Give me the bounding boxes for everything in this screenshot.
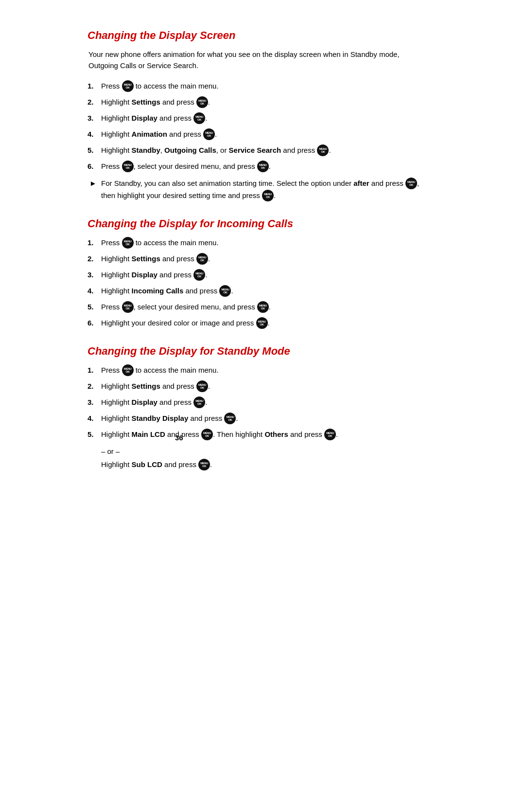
step-number: 3. [88, 112, 101, 124]
menu-button-icon: MENUOK [198, 459, 210, 470]
step-content: Highlight Settings and press MENUOK. [101, 380, 428, 393]
step-content: Highlight Standby, Outgoing Calls, or Se… [101, 144, 428, 157]
menu-button-icon: MENUOK [257, 301, 269, 313]
step-content: Press MENUOK to access the main menu. [101, 237, 428, 249]
section-standby-mode: Changing the Display for Standby Mode 1.… [88, 345, 428, 471]
menu-button-icon: MENUOK [219, 285, 231, 297]
menu-button-icon: MENUOK [196, 96, 208, 108]
menu-button-icon: MENUOK [122, 237, 134, 249]
step-content: Highlight Incoming Calls and press MENUO… [101, 285, 428, 297]
step-number: 3. [88, 269, 101, 280]
menu-button-icon: MENUOK [257, 161, 269, 172]
step-number: 6. [88, 317, 101, 328]
bullet-arrow-icon: ► [89, 178, 101, 189]
step-content: Highlight Display and press MENUOK. [101, 112, 428, 125]
step-content: Press MENUOK to access the main menu. [101, 364, 428, 377]
step-number: 2. [88, 380, 101, 392]
step-content: Highlight Display and press MENUOK. [101, 269, 428, 281]
section-title-display-screen: Changing the Display Screen [88, 29, 428, 42]
steps-list-standby-mode: 1. Press MENUOK to access the main menu.… [88, 364, 428, 441]
menu-button-icon: MENUOK [122, 364, 134, 376]
steps-list-display-screen: 1. Press MENUOK to access the main menu.… [88, 80, 428, 173]
menu-button-icon: MENUOK [324, 429, 336, 440]
step-number: 4. [88, 128, 101, 140]
step-content: Press MENUOK to access the main menu. [101, 80, 428, 92]
list-item: 3. Highlight Display and press MENUOK. [88, 112, 428, 125]
menu-button-icon: MENUOK [196, 380, 208, 392]
step-number: 5. [88, 301, 101, 312]
menu-button-icon: MENUOK [201, 429, 213, 440]
menu-button-icon: MENUOK [405, 178, 417, 189]
bullet-item: ► For Standby, you can also set animatio… [88, 178, 428, 202]
list-item: 2. Highlight Settings and press MENUOK. [88, 380, 428, 393]
list-item: 2. Highlight Settings and press MENUOK. [88, 96, 428, 108]
menu-button-icon: MENUOK [196, 253, 208, 265]
step-content: Press MENUOK, select your desired menu, … [101, 161, 428, 173]
step-content: Highlight Settings and press MENUOK. [101, 253, 428, 265]
list-item: 3. Highlight Display and press MENUOK. [88, 269, 428, 281]
menu-button-icon: MENUOK [317, 144, 329, 156]
list-item: 6. Press MENUOK, select your desired men… [88, 161, 428, 173]
menu-button-icon: MENUOK [193, 112, 205, 124]
list-item: 5. Highlight Standby, Outgoing Calls, or… [88, 144, 428, 157]
menu-button-icon: MENUOK [122, 80, 134, 92]
steps-list-incoming-calls: 1. Press MENUOK to access the main menu.… [88, 237, 428, 329]
page-number: 36 [175, 433, 183, 442]
step-number: 4. [88, 413, 101, 424]
list-item: 1. Press MENUOK to access the main menu. [88, 364, 428, 377]
list-item: 3. Highlight Display and press MENUOK. [88, 397, 428, 409]
step-content: Press MENUOK, select your desired menu, … [101, 301, 428, 313]
intro-text-display-screen: Your new phone offers animation for what… [88, 49, 428, 72]
list-item: 6. Highlight your desired color or image… [88, 317, 428, 329]
menu-button-icon: MENUOK [193, 269, 205, 281]
step-number: 1. [88, 364, 101, 376]
list-item: 1. Press MENUOK to access the main menu. [88, 80, 428, 92]
step-content: Highlight Display and press MENUOK. [101, 397, 428, 409]
step-number: 1. [88, 80, 101, 91]
step-number: 1. [88, 237, 101, 248]
bullet-content: For Standby, you can also set animation … [101, 178, 428, 202]
list-item: 4. Highlight Standby Display and press M… [88, 413, 428, 425]
menu-button-icon: MENUOK [224, 413, 236, 424]
menu-button-icon: MENUOK [203, 128, 215, 140]
page-wrapper: Changing the Display Screen Your new pho… [88, 29, 428, 471]
list-item: 2. Highlight Settings and press MENUOK. [88, 253, 428, 265]
menu-button-icon: MENUOK [122, 161, 134, 172]
step-number: 3. [88, 397, 101, 408]
step-content: Highlight your desired color or image an… [101, 317, 428, 329]
step-number: 2. [88, 96, 101, 108]
step-number: 6. [88, 161, 101, 172]
step-number: 4. [88, 285, 101, 296]
section-title-incoming-calls: Changing the Display for Incoming Calls [88, 217, 428, 230]
list-item: 4. Highlight Incoming Calls and press ME… [88, 285, 428, 297]
or-continuation: Highlight Sub LCD and press MENUOK. [88, 459, 428, 471]
menu-button-icon: MENUOK [193, 397, 205, 408]
step-content: Highlight Animation and press MENUOK. [101, 128, 428, 141]
menu-button-icon: MENUOK [262, 190, 274, 201]
list-item: 5. Highlight Main LCD and press MENUOK. … [88, 429, 428, 441]
list-item: 4. Highlight Animation and press MENUOK. [88, 128, 428, 141]
section-title-standby-mode: Changing the Display for Standby Mode [88, 345, 428, 358]
step-number: 5. [88, 429, 101, 440]
section-incoming-calls: Changing the Display for Incoming Calls … [88, 217, 428, 329]
step-content: Highlight Settings and press MENUOK. [101, 96, 428, 108]
menu-button-icon: MENUOK [122, 301, 134, 313]
section-display-screen: Changing the Display Screen Your new pho… [88, 29, 428, 202]
step-number: 2. [88, 253, 101, 264]
list-item: 1. Press MENUOK to access the main menu. [88, 237, 428, 249]
menu-button-icon: MENUOK [256, 317, 268, 329]
step-number: 5. [88, 144, 101, 156]
list-item: 5. Press MENUOK, select your desired men… [88, 301, 428, 313]
step-content: Highlight Main LCD and press MENUOK. The… [101, 429, 428, 441]
step-content: Highlight Standby Display and press MENU… [101, 413, 428, 425]
or-separator: – or – [88, 446, 428, 457]
